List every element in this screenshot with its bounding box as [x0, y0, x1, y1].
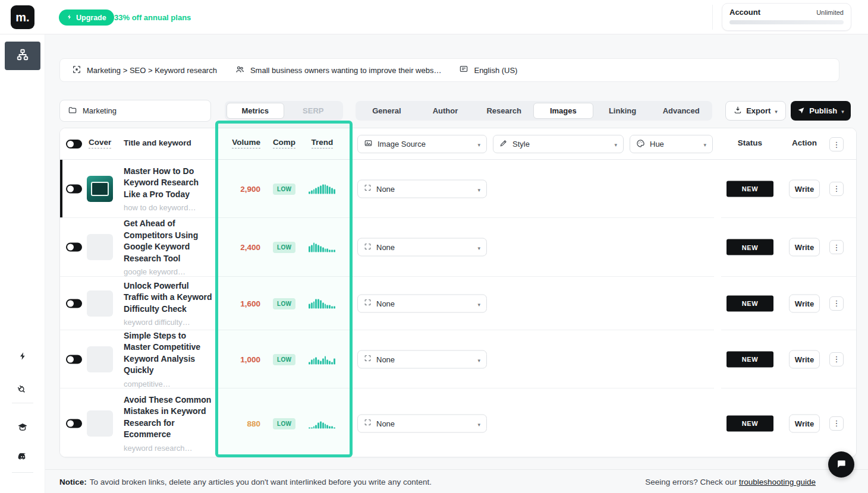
- hue-filter-label: Hue: [650, 140, 664, 148]
- discord-button[interactable]: [0, 451, 45, 464]
- style-filter-label: Style: [512, 140, 530, 148]
- chat-widget-button[interactable]: [828, 451, 854, 478]
- publish-button[interactable]: Publish: [791, 101, 851, 121]
- style-filter[interactable]: Style: [493, 135, 624, 153]
- audience-chip[interactable]: Small business owners wanting to improve…: [235, 65, 442, 76]
- volume-value: 1,000: [228, 355, 260, 364]
- row-menu-button[interactable]: [829, 296, 844, 311]
- article-title[interactable]: Unlock Powerful Traffic with a Keyword D…: [124, 280, 215, 315]
- status-badge: NEW: [727, 351, 773, 367]
- notice-label: Notice:: [59, 478, 87, 486]
- row-menu-button[interactable]: [829, 240, 844, 254]
- competition-badge: LOW: [273, 184, 295, 195]
- row-toggle[interactable]: [66, 184, 82, 193]
- row-toggle[interactable]: [66, 419, 82, 428]
- row-menu-button[interactable]: [829, 182, 844, 196]
- volume-value: 1,600: [228, 299, 260, 308]
- trend-column-header[interactable]: Trend: [312, 138, 334, 148]
- table-body: Master How to Do Keyword Research Like a…: [60, 160, 856, 457]
- tab-metrics[interactable]: Metrics: [227, 103, 284, 119]
- action-cell: Write: [789, 238, 820, 257]
- tab-research[interactable]: Research: [474, 103, 533, 119]
- audience-text: Small business owners wanting to improve…: [250, 66, 442, 75]
- image-source-filter[interactable]: Image Source: [357, 135, 487, 153]
- tab-author[interactable]: Author: [416, 103, 475, 119]
- lightning-icon: [67, 13, 73, 23]
- header-toggle[interactable]: [66, 140, 82, 148]
- row-toggle[interactable]: [66, 243, 82, 252]
- competition-cell: LOW: [273, 183, 295, 195]
- image-source-select[interactable]: None: [357, 294, 487, 312]
- image-source-value: None: [376, 299, 395, 308]
- account-card[interactable]: Account Unlimited: [722, 3, 851, 31]
- image-source-select[interactable]: None: [357, 414, 487, 432]
- audience-icon: [235, 65, 245, 76]
- frame-icon: [364, 242, 372, 252]
- comp-column-header[interactable]: Comp: [273, 138, 295, 148]
- troubleshooting-link[interactable]: troubleshooting guide: [739, 478, 816, 486]
- upgrade-button[interactable]: Upgrade: [59, 10, 114, 26]
- integrations-button[interactable]: [0, 384, 45, 397]
- context-bar: Marketing > SEO > Keyword research Small…: [59, 58, 839, 82]
- write-button[interactable]: Write: [789, 294, 820, 312]
- topbar: m. Upgrade 33% off annual plans Account …: [0, 0, 868, 34]
- image-source-select[interactable]: None: [357, 350, 487, 368]
- tab-serp[interactable]: SERP: [285, 103, 342, 119]
- cover-thumbnail[interactable]: [87, 410, 113, 437]
- write-button[interactable]: Write: [789, 238, 820, 257]
- article-title[interactable]: Simple Steps to Master Competitive Keywo…: [124, 330, 215, 377]
- hue-filter[interactable]: Hue: [630, 135, 713, 153]
- collection-select[interactable]: Marketing: [59, 100, 211, 122]
- breadcrumb[interactable]: Marketing > SEO > Keyword research: [72, 65, 217, 76]
- articles-table: Cover Title and keyword Volume Comp Tren…: [59, 128, 857, 457]
- image-icon: [364, 139, 373, 149]
- tab-advanced[interactable]: Advanced: [652, 103, 710, 119]
- image-source-select[interactable]: None: [357, 238, 487, 257]
- title-cell: Unlock Powerful Traffic with a Keyword D…: [124, 280, 215, 327]
- competition-badge: LOW: [273, 242, 295, 253]
- row-toggle[interactable]: [66, 355, 82, 364]
- metrics-serp-toggle: Metrics SERP: [225, 101, 343, 121]
- trend-sparkline: [309, 354, 336, 364]
- row-toggle[interactable]: [66, 299, 82, 308]
- article-title[interactable]: Avoid These Common Mistakes in Keyword R…: [124, 394, 215, 441]
- column-gap: [714, 160, 721, 457]
- write-button[interactable]: Write: [789, 179, 820, 198]
- article-title[interactable]: Get Ahead of Competitors Using Google Ke…: [124, 218, 215, 264]
- title-cell: Simple Steps to Master Competitive Keywo…: [124, 330, 215, 388]
- status-column-header: Status: [727, 138, 773, 147]
- cover-thumbnail[interactable]: [87, 346, 113, 372]
- cover-thumbnail[interactable]: [87, 290, 113, 317]
- action-cell: Write: [789, 414, 820, 432]
- volume-column-header[interactable]: Volume: [232, 138, 260, 148]
- row-menu-button[interactable]: [829, 352, 844, 366]
- notice-text: Notice:To avoid broken links, delete any…: [59, 478, 432, 486]
- write-button[interactable]: Write: [789, 414, 820, 432]
- sitemap-nav-button[interactable]: [5, 42, 40, 70]
- graduation-cap-icon: [17, 422, 29, 435]
- competition-cell: LOW: [273, 241, 295, 253]
- quick-actions-button[interactable]: [0, 350, 45, 364]
- row-menu-button[interactable]: [829, 416, 844, 431]
- article-title[interactable]: Master How to Do Keyword Research Like a…: [124, 165, 215, 200]
- cover-thumbnail[interactable]: [87, 234, 113, 260]
- export-label: Export: [746, 106, 770, 115]
- tab-linking[interactable]: Linking: [593, 103, 652, 119]
- tab-general[interactable]: General: [357, 103, 416, 119]
- learn-button[interactable]: [0, 422, 45, 435]
- tab-images[interactable]: Images: [533, 103, 593, 119]
- trend-sparkline: [309, 418, 336, 428]
- table-header: Cover Title and keyword Volume Comp Tren…: [60, 128, 856, 160]
- write-button[interactable]: Write: [789, 350, 820, 368]
- table-menu-button[interactable]: [829, 137, 844, 151]
- cover-thumbnail[interactable]: [87, 176, 113, 202]
- article-keyword: keyword research…: [124, 444, 215, 453]
- cover-column-header[interactable]: Cover: [89, 138, 111, 148]
- language-chip[interactable]: English (US): [459, 65, 517, 75]
- export-button[interactable]: Export: [725, 101, 786, 121]
- article-keyword: keyword difficulty…: [124, 318, 215, 327]
- app-logo[interactable]: m.: [11, 5, 34, 29]
- chevron-down-icon: [841, 106, 844, 115]
- palette-icon: [636, 139, 645, 150]
- image-source-select[interactable]: None: [357, 179, 487, 198]
